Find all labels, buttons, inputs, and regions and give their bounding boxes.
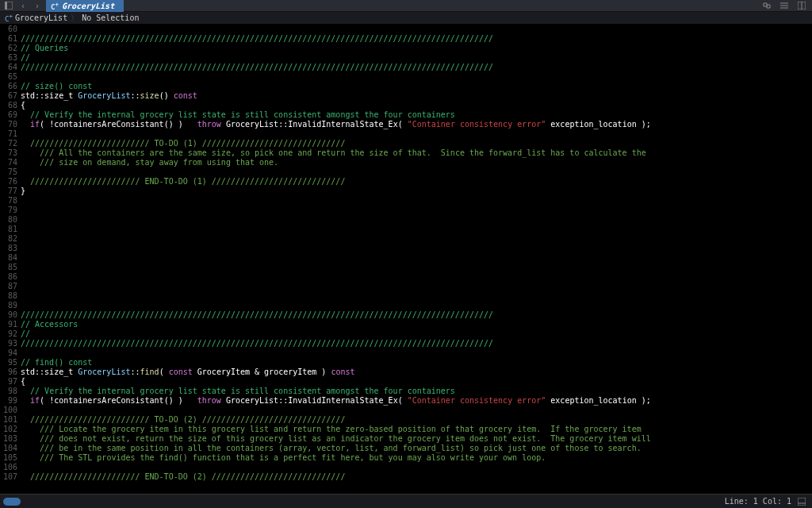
code-line[interactable] bbox=[21, 282, 812, 291]
code-line[interactable]: /// does not exist, return the size of t… bbox=[21, 434, 812, 444]
nav-back-icon[interactable]: ‹ bbox=[17, 0, 29, 11]
code-line[interactable] bbox=[21, 272, 812, 282]
code-line[interactable]: ////////////////////////////////////////… bbox=[21, 339, 812, 348]
code-line[interactable]: /// The STL provides the find() function… bbox=[21, 453, 812, 463]
line-number: 88 bbox=[0, 291, 17, 301]
svg-rect-4 bbox=[798, 498, 806, 506]
code-line[interactable]: std::size_t GroceryList::find( const Gro… bbox=[21, 368, 812, 377]
code-line[interactable] bbox=[21, 463, 812, 472]
line-number: 82 bbox=[0, 234, 17, 244]
cpp-file-icon: C+ bbox=[5, 13, 13, 23]
code-line[interactable]: // bbox=[21, 53, 812, 63]
line-number: 70 bbox=[0, 120, 17, 129]
code-line[interactable]: // Accessors bbox=[21, 320, 812, 329]
code-line[interactable]: ////////////////////////////////////////… bbox=[21, 310, 812, 320]
code-line[interactable] bbox=[21, 301, 812, 310]
cursor-position: Line: 1 Col: 1 bbox=[725, 497, 791, 506]
code-line[interactable]: if( !containersAreConsistant() ) throw G… bbox=[21, 120, 812, 129]
breadcrumb[interactable]: C+ GroceryList 〉 No Selection bbox=[0, 12, 812, 25]
code-line[interactable]: } bbox=[21, 187, 812, 196]
line-number: 98 bbox=[0, 387, 17, 396]
line-number: 97 bbox=[0, 377, 17, 387]
code-line[interactable] bbox=[21, 291, 812, 301]
code-line[interactable]: { bbox=[21, 377, 812, 387]
status-indicator[interactable] bbox=[3, 498, 21, 506]
code-line[interactable]: // size() const bbox=[21, 82, 812, 91]
line-number: 96 bbox=[0, 368, 17, 377]
code-line[interactable]: /////////////////////// END-TO-DO (2) //… bbox=[21, 472, 812, 482]
code-line[interactable]: ////////////////////////////////////////… bbox=[21, 34, 812, 44]
code-line[interactable]: ///////////////////////// TO-DO (1) ////… bbox=[21, 139, 812, 148]
code-line[interactable]: // Verify the internal grocery list stat… bbox=[21, 110, 812, 120]
adjust-editor-icon[interactable] bbox=[779, 0, 790, 11]
line-number: 92 bbox=[0, 329, 17, 339]
code-line[interactable]: ////////////////////////////////////////… bbox=[21, 63, 812, 72]
code-line[interactable]: /// be in the same position in all the c… bbox=[21, 444, 812, 453]
line-number: 85 bbox=[0, 263, 17, 272]
code-line[interactable]: // bbox=[21, 329, 812, 339]
line-number: 71 bbox=[0, 129, 17, 139]
line-number: 94 bbox=[0, 348, 17, 358]
line-number: 89 bbox=[0, 301, 17, 310]
editor[interactable]: 6061626364656667686970717273747576777879… bbox=[0, 25, 812, 494]
code-line[interactable]: std::size_t GroceryList::size() const bbox=[21, 91, 812, 101]
line-number: 99 bbox=[0, 396, 17, 406]
code-line[interactable] bbox=[21, 206, 812, 215]
line-number: 84 bbox=[0, 253, 17, 263]
split-editor-icon[interactable] bbox=[796, 0, 807, 11]
active-tab[interactable]: C+ GroceryList bbox=[46, 0, 124, 12]
line-number: 90 bbox=[0, 310, 17, 320]
code-line[interactable] bbox=[21, 215, 812, 225]
nav-forward-icon[interactable]: › bbox=[32, 0, 43, 11]
code-line[interactable]: ///////////////////////// TO-DO (2) ////… bbox=[21, 415, 812, 425]
code-line[interactable] bbox=[21, 406, 812, 415]
code-line[interactable]: /// size on demand, stay away from using… bbox=[21, 158, 812, 167]
code-line[interactable] bbox=[21, 348, 812, 358]
line-number: 101 bbox=[0, 415, 17, 425]
line-number: 95 bbox=[0, 358, 17, 368]
code-line[interactable] bbox=[21, 244, 812, 253]
code-line[interactable] bbox=[21, 167, 812, 177]
code-area[interactable]: ////////////////////////////////////////… bbox=[21, 25, 812, 494]
code-line[interactable]: if( !containersAreConsistant() ) throw G… bbox=[21, 396, 812, 406]
line-number: 80 bbox=[0, 215, 17, 225]
code-line[interactable] bbox=[21, 225, 812, 234]
line-number: 61 bbox=[0, 34, 17, 44]
code-line[interactable] bbox=[21, 263, 812, 272]
line-number: 81 bbox=[0, 225, 17, 234]
breadcrumb-selection: No Selection bbox=[82, 13, 139, 22]
line-number: 62 bbox=[0, 44, 17, 53]
code-line[interactable] bbox=[21, 196, 812, 206]
line-number: 103 bbox=[0, 434, 17, 444]
code-line[interactable] bbox=[21, 25, 812, 34]
line-number: 83 bbox=[0, 244, 17, 253]
line-number: 65 bbox=[0, 72, 17, 82]
code-line[interactable]: { bbox=[21, 101, 812, 110]
panel-icon[interactable] bbox=[796, 496, 807, 507]
code-line[interactable] bbox=[21, 253, 812, 263]
code-line[interactable]: /// All the containers are the same size… bbox=[21, 148, 812, 158]
line-number: 73 bbox=[0, 148, 17, 158]
code-line[interactable]: /// Locate the grocery item in this groc… bbox=[21, 425, 812, 434]
code-line[interactable]: // Queries bbox=[21, 44, 812, 53]
statusbar: Line: 1 Col: 1 bbox=[0, 494, 812, 508]
line-number: 67 bbox=[0, 91, 17, 101]
code-line[interactable] bbox=[21, 234, 812, 244]
line-number: 74 bbox=[0, 158, 17, 167]
line-number: 72 bbox=[0, 139, 17, 148]
topbar-right bbox=[761, 0, 812, 11]
code-line[interactable]: // find() const bbox=[21, 358, 812, 368]
code-line[interactable]: /////////////////////// END-TO-DO (1) //… bbox=[21, 177, 812, 187]
topbar-left: ‹ › C+ GroceryList bbox=[0, 0, 124, 12]
sidebar-toggle-icon[interactable] bbox=[3, 0, 14, 11]
line-number: 60 bbox=[0, 25, 17, 34]
code-line[interactable]: // Verify the internal grocery list stat… bbox=[21, 387, 812, 396]
line-number: 86 bbox=[0, 272, 17, 282]
counterpart-icon[interactable] bbox=[761, 0, 772, 11]
code-line[interactable] bbox=[21, 72, 812, 82]
code-line[interactable] bbox=[21, 129, 812, 139]
statusbar-right: Line: 1 Col: 1 bbox=[725, 496, 812, 507]
topbar: ‹ › C+ GroceryList bbox=[0, 0, 812, 12]
line-number: 107 bbox=[0, 472, 17, 482]
line-number: 102 bbox=[0, 425, 17, 434]
